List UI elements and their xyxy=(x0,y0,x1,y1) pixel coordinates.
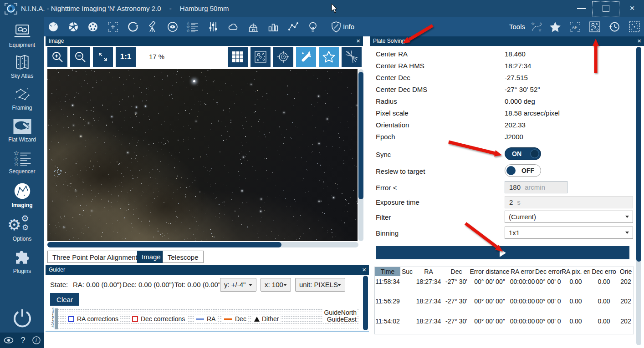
image-horizontal-scrollbar[interactable] xyxy=(47,242,358,247)
dome-panel-button[interactable] xyxy=(245,19,262,35)
bahtinov-button[interactable] xyxy=(342,47,362,67)
zoom-in-button[interactable] xyxy=(47,47,67,67)
star-detection-button[interactable] xyxy=(319,47,339,67)
field-value-pixel-scale: 18.58 arcsec/pixel xyxy=(505,109,560,117)
exposure-time-input[interactable]: 2s xyxy=(505,196,633,208)
sidebar-item-framing[interactable]: Framing xyxy=(0,86,44,111)
field-label-pixel-scale: Pixel scale xyxy=(376,109,409,117)
toggle-knob xyxy=(506,166,516,175)
filter-select[interactable]: (Current) xyxy=(505,211,633,223)
tab-image[interactable]: Image xyxy=(137,251,165,263)
sidebar-item-sequencer[interactable]: ☆ ☆ ☆ Sequencer xyxy=(0,149,44,175)
image-panel-button[interactable] xyxy=(304,19,322,35)
legend-ra-corrections[interactable]: RA corrections xyxy=(66,314,120,323)
plate-solving-vertical-scrollbar[interactable] xyxy=(636,47,641,345)
legend-ra[interactable]: RA xyxy=(194,314,217,323)
plate-solve-tool-button[interactable] xyxy=(44,19,61,35)
reslew-toggle[interactable]: OFF xyxy=(505,164,541,177)
auto-stretch-button[interactable] xyxy=(296,47,316,67)
eye-button[interactable] xyxy=(4,337,14,343)
sidebar-item-options[interactable]: ⚙ ⚙ ⚙ Options xyxy=(0,215,44,242)
column-header-dec-error[interactable]: Dec error xyxy=(535,267,562,276)
guider-vertical-scrollbar[interactable] xyxy=(363,276,368,330)
help-button[interactable]: ? xyxy=(20,336,25,345)
image-vertical-scrollbar[interactable] xyxy=(358,69,363,241)
info-shield-button[interactable] xyxy=(327,19,345,35)
column-header-time[interactable]: Time xyxy=(375,267,400,276)
star-detection-tool-button[interactable] xyxy=(626,19,643,35)
annotate-stars-button[interactable] xyxy=(250,47,271,67)
maximize-button[interactable] xyxy=(597,0,615,17)
sketch-tool-button[interactable]: ☆☆☆ xyxy=(528,19,546,35)
image-panel-close-icon[interactable]: × xyxy=(356,36,360,45)
options-gears-icon: ⚙ ⚙ ⚙ xyxy=(0,215,44,235)
about-button[interactable]: i xyxy=(32,336,41,344)
guider-panel-header[interactable]: Guider × xyxy=(46,265,369,275)
info-label: Info xyxy=(343,17,354,36)
sidebar-item-sky-atlas[interactable]: Sky Atlas xyxy=(0,54,44,79)
plate-solving-close-icon[interactable]: × xyxy=(637,36,641,45)
field-value-radius: 0.000 deg xyxy=(505,97,535,105)
column-header-success[interactable]: Suc xyxy=(400,267,414,276)
guider-y-scale-dropdown[interactable]: y: +/-4" xyxy=(220,278,256,292)
guider-x-scale-dropdown[interactable]: x: 100 xyxy=(261,278,291,292)
table-row[interactable]: 11:54:02 18:27:34 -27° 30' 00° 00' 00" 0… xyxy=(375,317,634,328)
table-row[interactable]: 11:58:34 18:27:34 -27° 30' 00° 00' 00" 0… xyxy=(375,277,634,288)
column-header-ra-error[interactable]: RA error xyxy=(510,267,535,276)
plate-solve-tool-button[interactable] xyxy=(586,19,603,35)
framing-icon xyxy=(12,86,32,104)
crosshair-icon xyxy=(276,50,290,64)
column-header-ra-pix-error[interactable]: RA pix. err xyxy=(562,267,590,276)
svg-text:☆: ☆ xyxy=(13,160,19,167)
sequence-panel-button[interactable]: ☆ ☆ ☆ xyxy=(184,19,201,35)
shutter-panel-button[interactable] xyxy=(65,19,82,35)
hfr-history-panel-button[interactable] xyxy=(285,19,302,35)
binning-select[interactable]: 1x1 xyxy=(505,227,633,239)
switch-panel-button[interactable] xyxy=(204,19,222,35)
sync-toggle[interactable]: ON xyxy=(505,147,541,160)
minimize-button[interactable] xyxy=(572,0,590,17)
sidebar-item-imaging[interactable]: Imaging xyxy=(0,181,44,208)
rotator-panel-button[interactable] xyxy=(124,19,142,35)
tab-telescope[interactable]: Telescope xyxy=(163,251,204,263)
sidebar-item-flat-wizard[interactable]: Flat Wizard xyxy=(0,117,44,143)
start-plate-solve-button[interactable] xyxy=(376,246,629,259)
svg-text:AF: AF xyxy=(572,25,578,30)
weather-panel-button[interactable] xyxy=(225,19,242,35)
legend-dec-corrections[interactable]: Dec corrections xyxy=(130,314,187,323)
table-row[interactable]: 11:56:29 18:27:34 -27° 30' 00° 00' 00" 0… xyxy=(375,297,634,308)
column-header-orientation[interactable]: Orie xyxy=(618,267,634,276)
error-threshold-input[interactable]: 180arcmin xyxy=(505,181,567,193)
tab-three-point-polar-alignment[interactable]: Three Point Polar Alignment xyxy=(47,251,143,263)
power-button[interactable] xyxy=(12,308,33,328)
close-button[interactable]: × xyxy=(623,0,641,17)
column-header-dec[interactable]: Dec xyxy=(443,267,470,276)
sidebar-item-equipment[interactable]: Equipment xyxy=(0,23,44,48)
guider-panel-button[interactable] xyxy=(164,19,181,35)
column-header-error-distance[interactable]: Error distance xyxy=(470,267,510,276)
filter-wheel-panel-button[interactable] xyxy=(84,19,102,35)
image-panel-header[interactable]: Image × xyxy=(46,36,363,46)
history-tool-button[interactable] xyxy=(606,19,623,35)
sidebar-item-plugins[interactable]: Plugins xyxy=(0,248,44,274)
zoom-out-button[interactable] xyxy=(70,47,90,67)
grid-toggle-button[interactable] xyxy=(228,47,248,67)
legend-dither[interactable]: Dither xyxy=(252,314,281,323)
plate-solving-panel-header[interactable]: Plate Solving × xyxy=(370,36,644,46)
guider-unit-dropdown[interactable]: unit: PIXELS xyxy=(295,278,345,292)
one-to-one-button[interactable]: 1:1 xyxy=(116,47,136,67)
guider-panel-close-icon[interactable]: × xyxy=(362,265,366,274)
telescope-panel-button[interactable] xyxy=(144,19,161,35)
focuser-panel-button[interactable] xyxy=(104,19,122,35)
autofocus-tool-button[interactable]: AF xyxy=(566,19,583,35)
legend-dec[interactable]: Dec xyxy=(222,314,248,323)
column-header-ra[interactable]: RA xyxy=(414,267,443,276)
starfield-image[interactable] xyxy=(47,69,358,241)
statistics-panel-button[interactable] xyxy=(265,19,282,35)
crosshair-button[interactable] xyxy=(273,47,293,67)
column-header-dec-pix-error[interactable]: Dec erro xyxy=(590,267,618,276)
guider-clear-button[interactable]: Clear xyxy=(50,293,79,306)
guider-y-axis: 43210-1-2-3-4 xyxy=(47,308,54,328)
fit-to-screen-button[interactable] xyxy=(93,47,113,67)
favorites-tool-button[interactable] xyxy=(547,19,564,35)
